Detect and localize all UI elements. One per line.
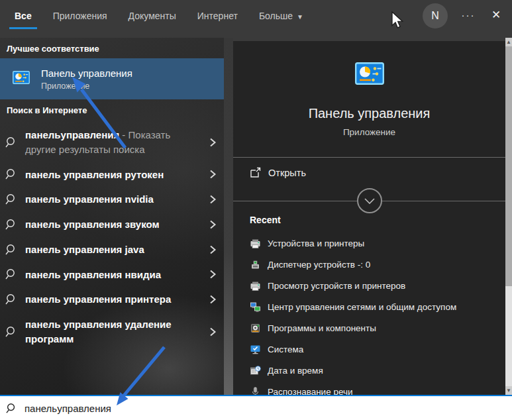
recent-item-label: Центр управления сетями и общим доступом	[268, 302, 456, 312]
search-icon	[5, 293, 17, 305]
search-bar[interactable]	[0, 395, 512, 420]
date-time-icon	[250, 365, 261, 376]
best-match-subtitle: Приложение	[41, 81, 132, 91]
preview-app-title: Панель управления	[233, 106, 505, 121]
suggestion-text: панель управления java	[25, 242, 196, 257]
close-icon[interactable]: ✕	[487, 7, 505, 24]
search-icon	[5, 168, 17, 180]
preview-scrollbar[interactable]: ▲ ▼	[505, 38, 512, 395]
control-panel-icon	[355, 62, 384, 85]
search-icon	[5, 219, 17, 231]
recent-item[interactable]: Просмотр устройств и принтеров	[233, 275, 505, 296]
recent-item[interactable]: Устройства и принтеры	[233, 233, 505, 254]
suggestion-text: панель управления звуком	[25, 217, 196, 232]
recent-item[interactable]: Диспетчер устройств -: 0	[233, 254, 505, 275]
tab-all[interactable]: Все	[15, 1, 32, 29]
scrollbar-thumb[interactable]	[505, 46, 512, 286]
best-match-title: Панель управления	[41, 68, 132, 79]
control-panel-icon	[13, 71, 30, 87]
panel-divider-band	[224, 38, 233, 395]
recent-item-label: Система	[268, 344, 303, 354]
recent-item-label: Просмотр устройств и принтеров	[268, 281, 405, 291]
chevron-right-icon[interactable]	[208, 270, 217, 279]
search-suggestion[interactable]: панель управления рутокен	[0, 162, 224, 187]
recent-item-label: Устройства и принтеры	[268, 238, 364, 248]
preview-app-subtitle: Приложение	[233, 127, 505, 137]
search-icon	[5, 244, 17, 256]
search-filter-tabs: ВсеПриложенияДокументыИнтернетБольше▼	[15, 0, 303, 30]
preview-panel: Панель управления Приложение Открыть Rec…	[233, 41, 505, 395]
recent-item-label: Программы и компоненты	[268, 323, 376, 333]
suggestion-text: панель управления рутокен	[25, 168, 196, 182]
dropdown-caret-icon: ▼	[297, 13, 303, 21]
search-results-panel: Лучшее соответствие Панель управления Пр…	[0, 38, 224, 395]
recent-item[interactable]: Программы и компоненты	[233, 317, 505, 339]
search-suggestion[interactable]: панель управления нвидиа	[0, 262, 224, 288]
recent-item[interactable]: Центр управления сетями и общим доступом	[233, 296, 505, 317]
recent-list: Устройства и принтерыДиспетчер устройств…	[233, 233, 505, 395]
suggestion-text: панель управления нвидиа	[25, 268, 196, 282]
suggestion-text: панель управления nvidia	[25, 192, 196, 207]
system-icon	[250, 344, 261, 355]
search-suggestion[interactable]: панель управления java	[0, 237, 224, 262]
speech-recognition-icon	[250, 386, 261, 395]
chevron-right-icon[interactable]	[208, 295, 217, 304]
search-suggestion[interactable]: панель управления звуком	[0, 212, 224, 237]
programs-features-icon	[250, 323, 261, 334]
search-input[interactable]	[25, 403, 422, 414]
web-search-header: Поиск в Интернете	[0, 99, 224, 120]
suggestion-text: панель управления удаление программ	[25, 317, 196, 346]
more-options-button[interactable]: ···	[457, 7, 480, 24]
tab-больше[interactable]: Больше▼	[259, 1, 303, 29]
chevron-down-icon	[364, 195, 375, 207]
expand-preview-button[interactable]	[357, 188, 382, 213]
avatar[interactable]: N	[423, 3, 448, 28]
recent-item[interactable]: Дата и время	[233, 360, 505, 381]
suggestion-text: панельуправления - Показать другие резул…	[25, 128, 196, 157]
network-center-icon	[250, 301, 261, 313]
recent-item-label: Дата и время	[268, 366, 323, 376]
device-manager-icon	[250, 259, 261, 270]
search-suggestion[interactable]: панель управления nvidia	[0, 187, 224, 212]
tab-приложения[interactable]: Приложения	[53, 1, 107, 29]
divider	[233, 157, 505, 158]
search-icon	[5, 193, 17, 205]
chevron-right-icon[interactable]	[208, 220, 217, 229]
recent-item[interactable]: Распознавание речи	[233, 381, 505, 395]
devices-printers-icon	[250, 280, 261, 291]
search-icon	[6, 403, 17, 414]
search-icon	[5, 268, 17, 280]
recent-item-label: Распознавание речи	[268, 387, 353, 395]
chevron-right-icon[interactable]	[208, 170, 217, 179]
devices-printers-icon	[250, 238, 261, 249]
chevron-right-icon[interactable]	[208, 138, 217, 147]
search-suggestion[interactable]: панель управления принтера	[0, 287, 224, 312]
search-icon	[5, 136, 17, 148]
search-suggestion[interactable]: панельуправления - Показать другие резул…	[0, 123, 224, 162]
scrollbar-down-icon[interactable]: ▼	[505, 386, 512, 395]
chevron-right-icon[interactable]	[208, 245, 217, 254]
search-suggestions-list: панельуправления - Показать другие резул…	[0, 123, 224, 352]
chevron-right-icon[interactable]	[208, 195, 217, 204]
search-suggestion[interactable]: панель управления удаление программ	[0, 312, 224, 352]
best-match-header: Лучшее соответствие	[0, 38, 224, 58]
scrollbar-up-icon[interactable]: ▲	[505, 38, 512, 46]
recent-item-label: Диспетчер устройств -: 0	[268, 260, 370, 270]
chevron-right-icon[interactable]	[208, 327, 217, 337]
tab-интернет[interactable]: Интернет	[197, 1, 238, 29]
open-action-label: Открыть	[268, 168, 306, 178]
recent-header: Recent	[250, 215, 281, 225]
suggestion-text: панель управления принтера	[25, 292, 196, 307]
open-external-icon	[250, 167, 261, 178]
search-top-bar: ВсеПриложенияДокументыИнтернетБольше▼ N …	[0, 0, 512, 38]
recent-item[interactable]: Система	[233, 339, 505, 360]
tab-документы[interactable]: Документы	[128, 1, 176, 29]
search-icon	[5, 326, 17, 338]
best-match-result[interactable]: Панель управления Приложение	[0, 58, 224, 99]
open-action[interactable]: Открыть	[250, 167, 306, 178]
